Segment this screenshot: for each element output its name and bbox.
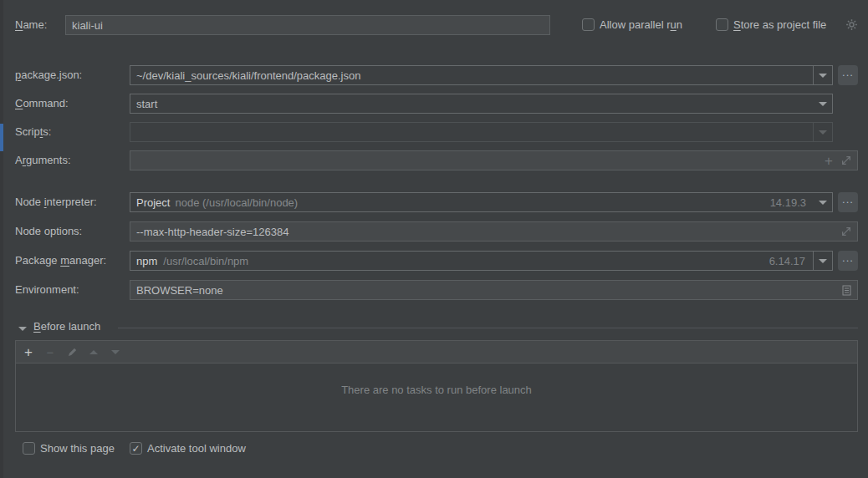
scripts-value — [130, 123, 813, 141]
browse-variables-icon[interactable] — [842, 285, 851, 296]
remove-task-icon[interactable]: − — [43, 341, 57, 363]
show-this-page-label: Show this page — [40, 439, 115, 459]
environment-label: Environment: — [15, 280, 79, 300]
package-manager-combobox[interactable]: npm/usr/local/bin/npm 6.14.17 — [130, 251, 833, 271]
package-json-label: package.json: — [15, 65, 82, 85]
section-divider — [118, 328, 858, 328]
add-icon[interactable]: + — [825, 154, 833, 168]
scripts-dropdown-button[interactable] — [813, 123, 832, 141]
npm-version: 6.14.17 — [769, 252, 813, 270]
move-down-icon[interactable] — [109, 341, 122, 363]
package-json-value: ~/dev/kiali_sources/kiali/frontend/packa… — [130, 66, 813, 84]
node-interpreter-combobox[interactable]: Projectnode (/usr/local/bin/node) 14.19.… — [130, 192, 833, 212]
allow-parallel-run-checkbox[interactable] — [582, 18, 595, 31]
task-toolbar: + − — [16, 341, 857, 364]
package-manager-browse-button[interactable]: ... — [838, 251, 858, 271]
edit-pencil-icon[interactable] — [65, 341, 79, 363]
node-interpreter-label: Node interpreter: — [15, 192, 97, 212]
show-this-page-checkbox[interactable] — [23, 442, 35, 455]
command-label: Command: — [15, 94, 69, 114]
empty-task-list-message: There are no tasks to run before launch — [16, 384, 857, 396]
package-json-combobox[interactable]: ~/dev/kiali_sources/kiali/frontend/packa… — [130, 65, 833, 85]
package-json-browse-button[interactable]: ... — [838, 65, 858, 85]
name-input[interactable]: kiali-ui — [65, 15, 550, 35]
before-launch-title[interactable]: Before launch — [33, 318, 100, 335]
node-options-input[interactable]: --max-http-header-size=126384 — [130, 221, 858, 242]
before-launch-task-list: + − There are no tasks to run before lau… — [15, 340, 858, 432]
allow-parallel-run-label: Allow parallel run — [600, 15, 682, 35]
add-task-icon[interactable]: + — [22, 341, 35, 363]
left-edge-strip — [0, 0, 3, 478]
move-up-icon[interactable] — [87, 341, 100, 363]
node-interpreter-browse-button[interactable]: ... — [838, 192, 858, 212]
store-as-project-file-checkbox[interactable] — [716, 18, 728, 31]
chevron-down-icon — [819, 130, 827, 135]
gear-icon[interactable] — [845, 18, 858, 33]
chevron-down-icon — [819, 102, 827, 106]
chevron-down-icon — [819, 201, 827, 205]
name-label: Name: — [15, 15, 47, 35]
node-options-value: --max-http-header-size=126384 — [136, 226, 841, 238]
run-configuration-dialog: Name: kiali-ui Allow parallel run Store … — [0, 0, 868, 478]
arguments-label: Arguments: — [15, 150, 71, 170]
collapse-triangle-icon[interactable] — [18, 327, 27, 331]
checkmark-icon: ✓ — [131, 444, 140, 454]
expand-icon[interactable] — [841, 155, 851, 165]
chevron-down-icon — [819, 259, 827, 263]
package-manager-dropdown-button[interactable] — [813, 252, 832, 270]
scripts-label: Scripts: — [15, 122, 51, 142]
scripts-combobox[interactable] — [130, 122, 833, 142]
command-dropdown-button[interactable] — [814, 94, 832, 113]
focus-indicator-bar — [0, 124, 3, 151]
node-version: 14.19.3 — [770, 193, 814, 211]
environment-value: BROWSER=none — [136, 284, 842, 297]
node-options-label: Node options: — [15, 221, 82, 242]
activate-tool-window-checkbox[interactable]: ✓ — [130, 442, 142, 455]
arguments-input[interactable]: + — [130, 150, 858, 170]
expand-icon[interactable] — [841, 226, 851, 236]
node-interpreter-value: Projectnode (/usr/local/bin/node) — [130, 193, 770, 211]
command-combobox[interactable]: start — [130, 94, 833, 114]
package-manager-label: Package manager: — [15, 251, 106, 271]
package-manager-value: npm/usr/local/bin/npm — [130, 252, 769, 270]
node-interpreter-dropdown-button[interactable] — [814, 193, 832, 211]
package-json-dropdown-button[interactable] — [813, 66, 832, 84]
command-value: start — [130, 94, 814, 113]
environment-input[interactable]: BROWSER=none — [130, 280, 858, 300]
chevron-down-icon — [819, 74, 827, 78]
activate-tool-window-label: Activate tool window — [147, 439, 246, 459]
store-as-project-file-label: Store as project file — [733, 15, 826, 35]
